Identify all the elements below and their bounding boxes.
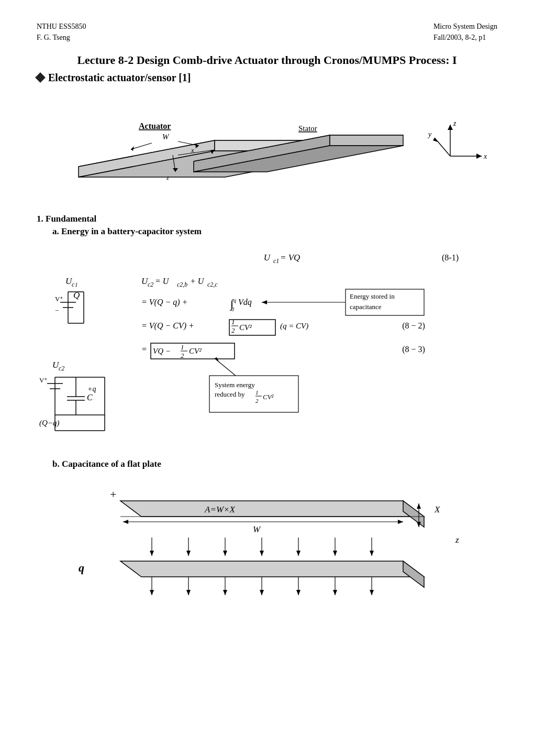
eq1-text: U — [264, 253, 271, 262]
subtitle: Electrostatic actuator/sensor [1] — [37, 72, 497, 84]
header-author: F. G. Tseng — [37, 32, 86, 43]
eq2b-rest: Vdq — [238, 298, 252, 307]
eq2a-sub2: c2,b — [177, 281, 187, 288]
W-dim-label: W — [253, 524, 261, 534]
svg-marker-30 — [262, 300, 267, 304]
eq2a-sub: c2 — [148, 281, 153, 288]
Vc1-plus: V⁺ — [55, 295, 63, 303]
eq1-sub: c1 — [273, 257, 279, 265]
flat-plate-svg: + A=W×X X z W — [37, 475, 497, 611]
svg-marker-62 — [150, 551, 154, 556]
plus-label: + — [110, 488, 116, 501]
VQ-part: VQ − — [153, 347, 171, 355]
q-label-plate: q — [79, 561, 84, 574]
Q-minus-q: (Q−q) — [39, 419, 59, 428]
actuator-diagram: Actuator W x z Stator z — [37, 93, 497, 209]
integral-upper: q — [233, 298, 236, 303]
x-label-top: x — [191, 146, 194, 154]
svg-marker-72 — [333, 551, 337, 556]
svg-marker-80 — [186, 590, 191, 595]
svg-line-18 — [435, 138, 450, 156]
main-title: Lecture 8-2 Design Comb-drive Actuator t… — [37, 52, 497, 69]
C-label: C — [87, 393, 93, 402]
z-axis-label: z — [453, 119, 457, 127]
equations-svg: U c1 = VQ (8-1) U c 1 V⁺ − Q — [37, 242, 497, 446]
section-heading: 1. Fundamental — [37, 214, 497, 224]
equations-area: U c1 = VQ (8-1) U c 1 V⁺ − Q — [37, 242, 497, 448]
svg-marker-68 — [260, 551, 264, 556]
energy-stored-text2: capacitance — [350, 303, 382, 311]
sub-heading-b: b. Capacitance of a flat plate — [52, 459, 497, 469]
svg-marker-53 — [403, 501, 424, 527]
svg-marker-82 — [223, 590, 227, 595]
flat-plate-diagram: + A=W×X X z W — [37, 475, 497, 606]
svg-marker-17 — [448, 125, 453, 130]
eq2a-sub3: c2,c — [207, 281, 218, 288]
svg-marker-6 — [330, 135, 403, 146]
q-eq-CV: (q = CV) — [280, 322, 308, 331]
CV2-1: CV² — [239, 323, 252, 332]
eq2c-left: = V(Q − CV) + — [141, 321, 194, 331]
Uc2-sub: c2 — [59, 365, 64, 372]
sys-energy-text1: System energy — [215, 381, 255, 389]
svg-marker-52 — [120, 501, 424, 517]
svg-marker-90 — [370, 590, 374, 595]
W-label: W — [162, 133, 170, 141]
svg-marker-64 — [186, 551, 191, 556]
svg-marker-60 — [398, 520, 403, 524]
svg-marker-59 — [123, 520, 128, 524]
half-frac2: 1 — [181, 343, 184, 351]
header-course: Micro System Design — [433, 21, 497, 32]
half-frac: 1 — [231, 318, 235, 326]
CV2-3: CV² — [263, 393, 274, 401]
header-institution: NTHU ESS5850 — [37, 21, 86, 32]
x-axis-label: x — [483, 152, 487, 160]
svg-marker-75 — [120, 561, 424, 577]
stator-label: Stator — [298, 124, 317, 133]
svg-marker-76 — [403, 561, 424, 587]
svg-marker-74 — [370, 551, 374, 556]
eq3-eq: = — [141, 345, 147, 354]
sub-heading-a: a. Energy in a battery-capacitor system — [52, 226, 497, 237]
z-label-plate: z — [455, 535, 459, 545]
page: NTHU ESS5850 F. G. Tseng Micro System De… — [0, 0, 534, 756]
sys-energy-text2: reduced by — [215, 390, 245, 398]
svg-marker-88 — [333, 590, 337, 595]
svg-marker-86 — [296, 590, 301, 595]
two-frac2: 2 — [181, 352, 184, 359]
z-label-surface: z — [166, 173, 169, 181]
X-dim-label: X — [434, 505, 440, 514]
actuator-label: Actuator — [139, 122, 171, 130]
svg-marker-56 — [417, 503, 421, 509]
eq2a-eq: = U — [155, 277, 170, 286]
header-semester: Fall/2003, 8-2, p1 — [433, 32, 497, 43]
Uc1-sub2: 1 — [75, 281, 78, 288]
svg-rect-31 — [229, 320, 275, 335]
header-right: Micro System Design Fall/2003, 8-2, p1 — [433, 21, 497, 43]
svg-marker-78 — [150, 590, 154, 595]
eq2a-plus: + U — [190, 277, 205, 286]
diamond-icon — [35, 72, 46, 83]
V-plus-c2: V⁺ — [39, 376, 48, 384]
A-label: A=W×X — [204, 505, 235, 514]
subtitle-text: Electrostatic actuator/sensor [1] — [48, 72, 191, 84]
eq2-num: (8 − 2) — [402, 321, 425, 331]
eq1-num: (8-1) — [442, 253, 459, 262]
svg-marker-70 — [296, 551, 301, 556]
svg-marker-66 — [223, 551, 227, 556]
integral-lower: 0 — [231, 306, 234, 312]
svg-marker-21 — [476, 154, 482, 159]
energy-stored-text1: Energy stored in — [350, 292, 395, 300]
svg-marker-84 — [260, 590, 264, 595]
eq3-num: (8 − 3) — [402, 345, 425, 354]
Vc1-minus: − — [55, 306, 59, 314]
plus-q: +q — [87, 385, 96, 393]
two-frac: 2 — [231, 326, 235, 334]
header-left: NTHU ESS5850 F. G. Tseng — [37, 21, 86, 43]
y-axis-label: y — [427, 130, 432, 138]
eq2b: = V(Q − q) + — [141, 298, 187, 307]
eq1-eq: = VQ — [280, 253, 300, 262]
CV2-2: CV² — [189, 347, 202, 355]
two-frac3: 2 — [255, 398, 259, 404]
half-frac3: 1 — [255, 389, 259, 396]
